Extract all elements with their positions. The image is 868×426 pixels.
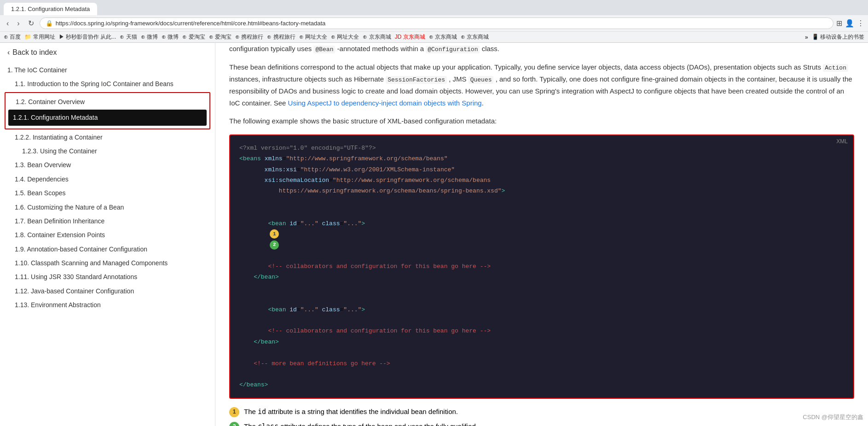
nav-item-1-10[interactable]: 1.10. Classpath Scanning and Managed Com… xyxy=(7,256,208,270)
bookmark-jd1[interactable]: ⊕ 京东商城 xyxy=(363,33,391,41)
bookmark-mobile[interactable]: 📱 移动设备上的书签 xyxy=(812,33,864,41)
extensions-icon[interactable]: ⊞ xyxy=(836,19,842,28)
code-session-factories: SessionFactories xyxy=(386,76,447,84)
nav-item-1-5[interactable]: 1.5. Bean Scopes xyxy=(7,186,208,200)
back-label: Back to index xyxy=(12,48,57,57)
para1: configuration typically uses @Bean -anno… xyxy=(229,43,854,55)
para2: These bean definitions correspond to the… xyxy=(229,61,854,109)
bookmark-weibo2[interactable]: ⊕ 微博 xyxy=(162,33,179,41)
xml-line-blank1 xyxy=(239,197,844,207)
xml-line-more-comment: <!-- more bean definitions go here --> xyxy=(239,358,844,369)
xml-line-pi: <?xml version="1.0" encoding="UTF-8"?> xyxy=(239,143,844,153)
code-bean-annotation: @Bean xyxy=(313,46,335,53)
xml-code-block: XML <?xml version="1.0" encoding="UTF-8"… xyxy=(229,134,854,399)
callout-badge-2: 2 xyxy=(229,422,239,426)
main-layout: ‹ Back to index 1. The IoC Container 1.1… xyxy=(0,43,868,426)
sidebar: ‹ Back to index 1. The IoC Container 1.1… xyxy=(0,43,215,426)
xml-line-blank4 xyxy=(239,369,844,379)
bookmark-xiecheng2[interactable]: ⊕ 携程旅行 xyxy=(267,33,295,41)
xml-line-beans-close: </beans> xyxy=(239,379,844,390)
xml-line-schemaloc1: xsi:schemaLocation="http://www.springfra… xyxy=(239,175,844,186)
code-class-attr: class xyxy=(258,422,278,426)
nav-item-1-11[interactable]: 1.11. Using JSR 330 Standard Annotations xyxy=(7,270,208,284)
nav-item-1-3[interactable]: 1.3. Bean Overview xyxy=(7,158,208,172)
nav-item-1-9[interactable]: 1.9. Annotation-based Container Configur… xyxy=(7,242,208,256)
nav-item-1-6[interactable]: 1.6. Customizing the Nature of a Bean xyxy=(7,200,208,214)
nav-actions: ⊞ 👤 ⋮ xyxy=(836,19,864,28)
nav-item-1-8[interactable]: 1.8. Container Extension Points xyxy=(7,228,208,242)
bookmark-aitao1[interactable]: ⊕ 爱淘宝 xyxy=(182,33,205,41)
badge-2: 2 xyxy=(270,240,279,250)
para3: The following example shows the basic st… xyxy=(229,115,854,127)
callout-1: 1 The id attribute is a string that iden… xyxy=(229,406,854,417)
browser-chrome: 1.2.1. Configuration Metadata ‹ › ↻ 🔒 ⊞ … xyxy=(0,0,868,43)
code-id-attr: id xyxy=(258,408,266,416)
nav-item-1-1[interactable]: 1.1. Introduction to the Spring IoC Cont… xyxy=(7,77,208,91)
more-bookmarks[interactable]: » xyxy=(805,34,808,41)
code-action: Action xyxy=(823,64,848,72)
tab-bar: 1.2.1. Configuration Metadata xyxy=(0,0,868,15)
xml-line-beans-open: <beans xmlns="http://www.springframework… xyxy=(239,153,844,164)
profile-icon[interactable]: 👤 xyxy=(845,19,854,28)
browser-tab[interactable]: 1.2.1. Configuration Metadata xyxy=(4,3,97,15)
back-arrow-icon: ‹ xyxy=(7,48,10,57)
bookmark-xiecheng1[interactable]: ⊕ 携程旅行 xyxy=(235,33,263,41)
aspectj-link[interactable]: Using AspectJ to dependency-inject domai… xyxy=(288,99,482,107)
nav-item-1-7[interactable]: 1.7. Bean Definition Inheritance xyxy=(7,214,208,228)
xml-line-comment1: <!-- collaborators and configuration for… xyxy=(239,261,844,272)
bookmark-aitao2[interactable]: ⊕ 爱淘宝 xyxy=(209,33,231,41)
xml-line-xsi: xmlns:xsi="http://www.w3.org/2001/XMLSch… xyxy=(239,164,844,175)
code-configuration: @Configuration xyxy=(426,46,480,53)
bookmark-wangzhi2[interactable]: ⊕ 网址大全 xyxy=(331,33,359,41)
xml-line-schemaloc2: https://www.springframework.org/schema/b… xyxy=(239,186,844,196)
lock-icon: 🔒 xyxy=(46,20,53,27)
reload-button[interactable]: ↻ xyxy=(25,17,37,29)
nav-item-1-2-1[interactable]: 1.2.1. Configuration Metadata xyxy=(8,110,207,125)
settings-icon[interactable]: ⋮ xyxy=(857,19,864,28)
callout-badge-1: 1 xyxy=(229,407,239,417)
xml-line-comment2: <!-- collaborators and configuration for… xyxy=(239,326,844,336)
bookmark-miaosp[interactable]: ▶ 秒秒影音协作 从此... xyxy=(59,33,116,41)
xml-line-bean1: <bean id="..." class="..."> 1 2 xyxy=(239,207,844,261)
xml-line-bean1-close: </bean> xyxy=(239,272,844,282)
nav-item-1-4[interactable]: 1.4. Dependencies xyxy=(7,172,208,186)
back-button[interactable]: ‹ xyxy=(4,18,12,29)
nav-item-1-2[interactable]: 1.2. Container Overview xyxy=(8,95,207,109)
bookmarks-bar: ⊕ 百度 📁 常用网址 ▶ 秒秒影音协作 从此... ⊕ 天猫 ⊕ 微博 ⊕ 微… xyxy=(0,31,868,42)
bookmark-wangzhi1[interactable]: ⊕ 网址大全 xyxy=(299,33,327,41)
callout-1-text: The id attribute is a string that identi… xyxy=(244,406,458,417)
bookmark-jd2[interactable]: JD 京东商城 xyxy=(395,33,425,41)
xml-line-blank3 xyxy=(239,347,844,358)
address-bar[interactable]: 🔒 xyxy=(40,18,833,29)
watermark: CSDN @仰望星空的鑫 xyxy=(803,413,863,421)
bookmark-tmall[interactable]: ⊕ 天猫 xyxy=(120,33,137,41)
xml-line-blank2 xyxy=(239,283,844,293)
url-input[interactable] xyxy=(56,20,827,27)
callout-2: 2 The class attribute defines the type o… xyxy=(229,421,854,426)
callout-2-text: The class attribute defines the type of … xyxy=(244,421,476,426)
xml-line-bean2-close: </bean> xyxy=(239,337,844,347)
bookmark-jd3[interactable]: ⊕ 京东商城 xyxy=(429,33,457,41)
bookmark-common[interactable]: 📁 常用网址 xyxy=(24,33,55,41)
nav-item-1-2-3[interactable]: 1.2.3. Using the Container xyxy=(7,144,208,158)
nav-bar: ‹ › ↻ 🔒 ⊞ 👤 ⋮ xyxy=(0,15,868,31)
nav-item-1-12[interactable]: 1.12. Java-based Container Configuration xyxy=(7,284,208,298)
bookmark-baidu[interactable]: ⊕ 百度 xyxy=(4,33,21,41)
nav-item-1-13[interactable]: 1.13. Environment Abstraction xyxy=(7,298,208,312)
xml-label: XML xyxy=(836,138,848,145)
xml-line-bean2: <bean id="..." class="..."> xyxy=(239,293,844,326)
content-area: configuration typically uses @Bean -anno… xyxy=(215,43,868,426)
nav-item-1[interactable]: 1. The IoC Container xyxy=(7,63,208,77)
forward-button[interactable]: › xyxy=(14,18,22,29)
badge-1: 1 xyxy=(270,229,279,239)
bookmark-jd4[interactable]: ⊕ 京东商城 xyxy=(461,33,489,41)
code-queues: Queues xyxy=(469,76,494,84)
nav-item-1-2-2[interactable]: 1.2.2. Instantiating a Container xyxy=(7,130,208,144)
back-to-index[interactable]: ‹ Back to index xyxy=(7,48,208,57)
bookmark-weibo1[interactable]: ⊕ 微博 xyxy=(141,33,158,41)
